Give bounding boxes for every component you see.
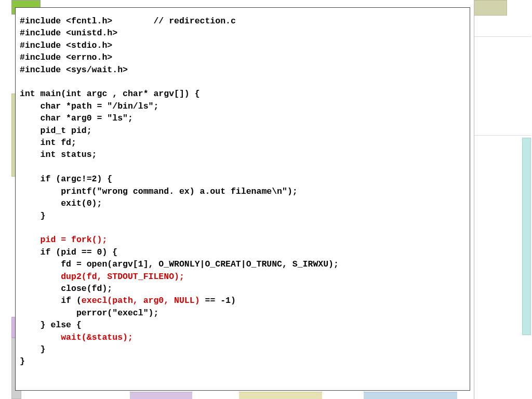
code-line: char *arg0 = "ls"; <box>20 113 133 123</box>
code-text: char *path = "/bin/ls"; <box>20 101 158 111</box>
code-text <box>20 235 41 245</box>
code-line: #include <unistd.h> <box>20 28 117 38</box>
code-text: fd = open(argv[1], O_WRONLY|O_CREAT|O_TR… <box>20 259 339 269</box>
code-line: #include <errno.h> <box>20 52 112 62</box>
bg-accent-teal <box>522 138 531 335</box>
bg-accent-yellow-b <box>239 392 322 399</box>
code-line: } <box>20 211 46 221</box>
code-line: } <box>20 344 46 354</box>
code-text: == -1) <box>200 296 236 305</box>
code-text: } else { <box>20 320 82 330</box>
bg-divider <box>474 135 531 136</box>
code-box: #include <fcntl.h> // redirection.c #inc… <box>15 7 470 391</box>
code-line: if (pid == 0) { <box>20 247 117 257</box>
code-line: char *path = "/bin/ls"; <box>20 101 158 111</box>
code-highlight: wait(&status); <box>61 332 133 342</box>
code-text: exit(0); <box>20 198 102 208</box>
code-text: int status; <box>20 150 97 159</box>
bg-accent-purple-b <box>130 392 192 399</box>
code-text: } <box>20 211 46 221</box>
code-line: int status; <box>20 150 97 159</box>
code-text: int main(int argc , char* argv[]) { <box>20 89 200 99</box>
code-text: #include <fcntl.h> // redirection.c <box>20 16 236 26</box>
bg-accent-blue-b <box>364 392 457 399</box>
code-line: fd = open(argv[1], O_WRONLY|O_CREAT|O_TR… <box>20 259 339 269</box>
code-text: close(fd); <box>20 284 112 294</box>
bg-accent-olive-r <box>474 0 507 16</box>
code-line: pid_t pid; <box>20 126 92 136</box>
code-text: } <box>20 344 46 354</box>
code-line: int fd; <box>20 138 76 148</box>
code-listing: #include <fcntl.h> // redirection.c #inc… <box>20 15 466 368</box>
code-text: #include <errno.h> <box>20 52 112 62</box>
code-line: int main(int argc , char* argv[]) { <box>20 89 200 99</box>
code-line: } <box>20 356 25 366</box>
code-line: exit(0); <box>20 198 102 208</box>
code-line: if (execl(path, arg0, NULL) == -1) <box>20 296 236 305</box>
code-highlight: pid = fork(); <box>41 235 108 245</box>
code-line: perror("execl"); <box>20 308 158 318</box>
code-text: #include <unistd.h> <box>20 28 117 38</box>
code-text: pid_t pid; <box>20 126 92 136</box>
code-text: if (argc!=2) { <box>20 174 112 184</box>
code-text: char *arg0 = "ls"; <box>20 113 133 123</box>
bg-divider <box>474 36 531 37</box>
code-text: #include <stdio.h> <box>20 41 112 50</box>
code-highlight: execl(path, arg0, NULL) <box>82 296 200 305</box>
code-line: if (argc!=2) { <box>20 174 112 184</box>
code-line: #include <sys/wait.h> <box>20 65 128 75</box>
code-text: if ( <box>20 296 82 305</box>
code-line: } else { <box>20 320 82 330</box>
code-line: pid = fork(); <box>20 235 107 245</box>
code-line: printf("wrong command. ex) a.out filenam… <box>20 187 298 196</box>
bg-divider <box>474 0 474 399</box>
code-text: #include <sys/wait.h> <box>20 65 128 75</box>
code-text: int fd; <box>20 138 76 148</box>
code-text: } <box>20 356 25 366</box>
code-text: perror("execl"); <box>20 308 158 318</box>
code-text <box>20 332 61 342</box>
code-line: dup2(fd, STDOUT_FILENO); <box>20 272 184 282</box>
code-line: #include <stdio.h> <box>20 41 112 50</box>
code-line: close(fd); <box>20 284 112 294</box>
code-highlight: dup2(fd, STDOUT_FILENO); <box>61 272 184 282</box>
code-text: if (pid == 0) { <box>20 247 117 257</box>
code-text: printf("wrong command. ex) a.out filenam… <box>20 187 298 196</box>
code-line: wait(&status); <box>20 332 133 342</box>
code-line: #include <fcntl.h> // redirection.c <box>20 16 236 26</box>
code-text <box>20 272 61 282</box>
